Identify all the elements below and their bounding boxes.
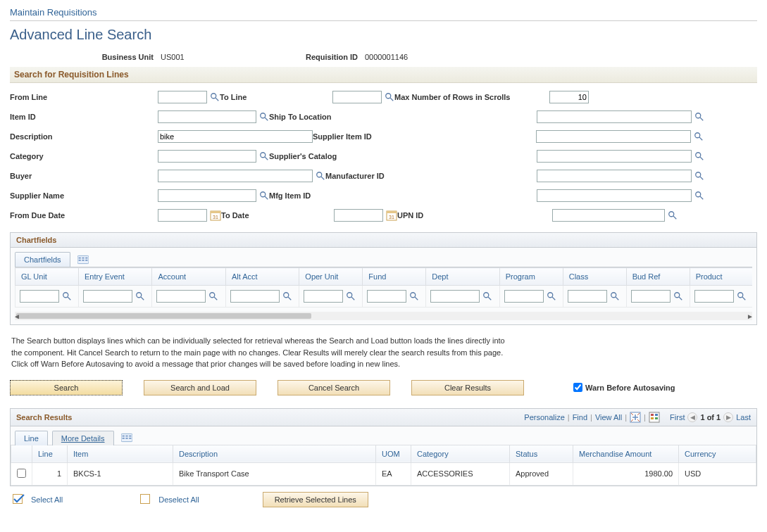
cf-col-class[interactable]: Class [563,268,626,286]
lookup-icon[interactable] [135,291,145,301]
download-icon[interactable] [649,412,660,423]
lookup-icon[interactable] [694,151,704,161]
lookup-icon[interactable] [482,291,492,301]
lookup-icon[interactable] [694,112,704,122]
cf-col-bud-ref[interactable]: Bud Ref [626,268,690,286]
res-col-category[interactable]: Category [411,445,510,462]
cf-alt-acct-input[interactable] [230,290,280,303]
lookup-icon[interactable] [694,171,704,181]
cf-account-input[interactable] [156,290,206,303]
search-and-load-button[interactable]: Search and Load [144,380,256,395]
cf-program-input[interactable] [504,290,544,303]
lookup-icon[interactable] [385,92,394,102]
last-label[interactable]: Last [736,413,751,422]
tab-line[interactable]: Line [15,431,48,445]
lookup-icon[interactable] [737,291,747,301]
manufacturer-id-input[interactable] [537,170,692,182]
cf-bud-ref-input[interactable] [631,290,671,303]
mfg-item-id-input[interactable] [537,189,692,202]
lookup-icon[interactable] [673,291,683,301]
breadcrumb[interactable]: Maintain Requisitions [10,7,757,18]
retrieve-selected-lines-button[interactable]: Retrieve Selected Lines [263,492,368,507]
from-due-date-input[interactable] [158,209,207,222]
description-input[interactable] [158,130,313,143]
to-date-input[interactable] [334,209,383,222]
svg-rect-31 [78,257,80,258]
max-rows-input[interactable] [549,91,589,103]
select-all-link[interactable]: Select All [31,495,63,504]
deselect-all-icon[interactable] [140,494,153,505]
lookup-icon[interactable] [259,151,269,161]
category-input[interactable] [158,150,256,163]
zoom-icon[interactable] [630,412,641,423]
cf-col-gl-unit[interactable]: GL Unit [15,268,79,286]
find-link[interactable]: Find [573,413,587,422]
tab-more-details[interactable]: More Details [52,431,114,445]
cf-col-fund[interactable]: Fund [363,268,426,286]
supplier-name-input[interactable] [158,189,256,202]
res-col-merch-amt[interactable]: Merchandise Amount [573,445,679,462]
calendar-icon[interactable]: 31 [386,210,397,221]
lookup-icon[interactable] [62,291,72,301]
lookup-icon[interactable] [547,291,556,301]
res-col-item[interactable]: Item [68,445,173,462]
upn-id-input[interactable] [552,209,665,222]
cf-product-input[interactable] [694,290,734,303]
lookup-icon[interactable] [282,291,292,301]
show-all-columns-icon[interactable] [77,254,89,265]
lookup-icon[interactable] [409,291,419,301]
cf-col-product[interactable]: Product [690,268,752,286]
lookup-icon[interactable] [346,291,356,301]
cf-oper-unit-input[interactable] [304,290,343,303]
clear-results-button[interactable]: Clear Results [411,380,524,395]
to-line-input[interactable] [332,91,382,103]
lookup-icon[interactable] [316,171,325,181]
lookup-icon[interactable] [210,92,220,102]
res-col-uom[interactable]: UOM [376,445,411,462]
lookup-icon[interactable] [694,132,704,141]
cf-col-dept[interactable]: Dept [426,268,499,286]
lookup-icon[interactable] [668,210,678,220]
cf-class-input[interactable] [568,290,607,303]
warn-before-autosaving-checkbox[interactable] [573,383,582,392]
first-label[interactable]: First [670,413,685,422]
deselect-all-link[interactable]: Deselect All [158,495,199,504]
res-col-currency[interactable]: Currency [679,445,756,462]
suppliers-catalog-input[interactable] [537,150,692,163]
horizontal-scrollbar[interactable]: ◄► [15,312,752,320]
cf-col-oper-unit[interactable]: Oper Unit [299,268,363,286]
personalize-link[interactable]: Personalize [524,413,564,422]
lookup-icon[interactable] [694,191,704,201]
show-all-columns-icon[interactable] [121,432,132,443]
lookup-icon[interactable] [208,291,218,301]
select-all-icon[interactable] [13,494,25,505]
cf-gl-unit-input[interactable] [20,290,59,303]
item-id-input[interactable] [158,110,256,123]
cf-col-entry-event[interactable]: Entry Event [78,268,151,286]
cancel-search-button[interactable]: Cancel Search [278,380,390,395]
cf-dept-input[interactable] [430,290,480,303]
cf-col-account[interactable]: Account [152,268,225,286]
calendar-icon[interactable]: 31 [210,210,221,221]
next-icon[interactable]: ▶ [723,412,733,422]
buyer-input[interactable] [158,170,313,182]
res-col-description[interactable]: Description [173,445,376,462]
search-button[interactable]: Search [10,380,123,395]
res-col-line[interactable]: Line [32,445,68,462]
lookup-icon[interactable] [259,191,269,201]
cf-col-program[interactable]: Program [499,268,563,286]
prev-icon[interactable]: ◀ [687,412,697,422]
supplier-item-id-input[interactable] [536,130,691,143]
lookup-icon[interactable] [610,291,620,301]
view-all-link[interactable]: View All [595,413,622,422]
cf-col-alt-acct[interactable]: Alt Acct [225,268,299,286]
cf-fund-input[interactable] [367,290,406,303]
row-select-checkbox[interactable] [17,469,26,478]
lookup-icon[interactable] [259,112,269,122]
res-col-status[interactable]: Status [510,445,573,462]
tab-chartfields[interactable]: Chartfields [15,252,70,267]
from-line-input[interactable] [158,91,207,103]
cf-entry-event-input[interactable] [83,290,132,303]
res-col-select [11,445,32,462]
ship-to-input[interactable] [537,110,692,123]
